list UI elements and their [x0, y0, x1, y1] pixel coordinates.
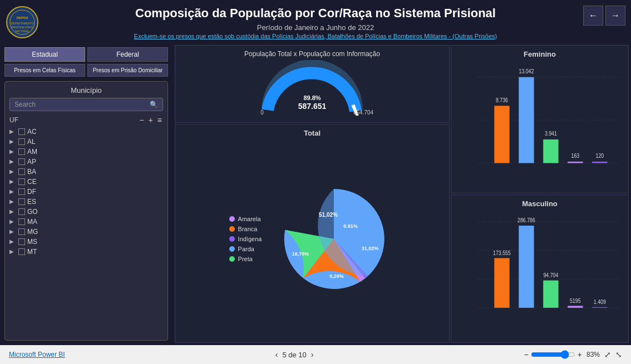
- page-prev-btn[interactable]: ‹: [275, 350, 278, 359]
- logo-badge: DEPEN DEPARTAMENTO PENITENCIÁRIO NACIONA…: [6, 6, 39, 39]
- tree-checkbox[interactable]: [18, 158, 25, 165]
- legend-dot-parda: [229, 246, 235, 252]
- tree-chevron-icon: ▶: [9, 198, 16, 205]
- tree-item[interactable]: ▶ AM: [9, 147, 163, 157]
- uf-plus-btn[interactable]: +: [147, 116, 154, 124]
- svg-text:0.91%: 0.91%: [344, 223, 358, 229]
- tree-checkbox[interactable]: [18, 138, 25, 145]
- tree-chevron-icon: ▶: [9, 168, 16, 174]
- page-next-btn[interactable]: ›: [311, 350, 314, 359]
- tree-checkbox[interactable]: [18, 228, 25, 235]
- nav-back-button[interactable]: ←: [583, 6, 603, 26]
- tree-label: MG: [27, 228, 38, 236]
- feminino-title: Feminino: [456, 50, 624, 58]
- svg-text:DEPARTAMENTO: DEPARTAMENTO: [11, 22, 34, 25]
- share-btn[interactable]: ⤢: [604, 350, 611, 359]
- svg-rect-42: [519, 226, 534, 308]
- svg-text:DEPEN: DEPEN: [17, 16, 28, 19]
- tree-item[interactable]: ▶ BA: [9, 167, 163, 177]
- tree-checkbox[interactable]: [18, 198, 25, 205]
- svg-text:1.409: 1.409: [594, 298, 606, 305]
- svg-text:NACIONAL: NACIONAL: [15, 29, 29, 33]
- tree-chevron-icon: ▶: [9, 158, 16, 164]
- svg-text:3.941: 3.941: [545, 130, 557, 137]
- tree-item[interactable]: ▶ CE: [9, 177, 163, 187]
- tree-checkbox[interactable]: [18, 148, 25, 155]
- municipio-panel: Município 🔍 UF − + ≡ ▶ AC: [4, 81, 168, 341]
- left-charts: População Total x População com Informaç…: [175, 45, 450, 343]
- svg-text:654.704: 654.704: [353, 109, 374, 116]
- tree-label: AC: [27, 128, 37, 136]
- tree-label: ES: [27, 198, 36, 206]
- filter-row-2: Presos em Celas Físicas Presos em Prisão…: [4, 64, 168, 77]
- feminino-chart-svg: 10 Mil 5 Mil 0 Mil 8.736 13.042: [478, 63, 619, 177]
- legend-label-preta: Preta: [238, 256, 253, 262]
- tree-item[interactable]: ▶ MG: [9, 227, 163, 237]
- filter-estadual[interactable]: Estadual: [4, 47, 85, 62]
- pie-legend: Amarela Branca Indígena: [229, 216, 262, 262]
- zoom-plus-btn[interactable]: +: [578, 350, 582, 359]
- pie-panel: Total Amarela Branca: [175, 124, 450, 343]
- tree-label: CE: [27, 178, 37, 186]
- tree-item[interactable]: ▶ DF: [9, 187, 163, 197]
- tree-item[interactable]: ▶ MT: [9, 247, 163, 257]
- nav-buttons: ← →: [583, 6, 625, 26]
- filter-federal[interactable]: Federal: [87, 47, 168, 62]
- tree-item[interactable]: ▶ GO: [9, 207, 163, 217]
- svg-rect-46: [568, 306, 583, 307]
- tree-chevron-icon: ▶: [9, 208, 16, 215]
- search-icon: 🔍: [150, 101, 158, 108]
- filter-celas-fisicas[interactable]: Presos em Celas Físicas: [4, 64, 85, 77]
- pagination: ‹ 5 de 10 ›: [275, 350, 314, 359]
- zoom-slider[interactable]: [531, 350, 575, 359]
- fullscreen-btn[interactable]: ⤡: [615, 350, 622, 359]
- main-content: População Total x População com Informaç…: [172, 43, 631, 345]
- tree-item[interactable]: ▶ AL: [9, 137, 163, 147]
- legend-label-parda: Parda: [238, 246, 254, 252]
- tree-checkbox[interactable]: [18, 208, 25, 215]
- zoom-label: 83%: [586, 351, 600, 358]
- charts-area: População Total x População com Informaç…: [172, 43, 631, 345]
- zoom-bar: − +: [524, 350, 582, 359]
- tree-checkbox[interactable]: [18, 238, 25, 245]
- tree-item[interactable]: ▶ ES: [9, 197, 163, 207]
- tree-label: MA: [27, 218, 37, 226]
- legend-branca: Branca: [229, 226, 262, 232]
- tree-checkbox[interactable]: [18, 168, 25, 175]
- municipio-title: Município: [9, 86, 163, 94]
- zoom-minus-btn[interactable]: −: [524, 350, 529, 359]
- filter-prisao-domiciliar[interactable]: Presos em Prisão Domiciliar: [87, 64, 168, 77]
- uf-menu-btn[interactable]: ≡: [156, 116, 163, 124]
- footer-right: − + 83% ⤢ ⤡: [524, 350, 622, 359]
- svg-text:89.8%: 89.8%: [303, 94, 321, 101]
- tree-label: MT: [27, 248, 37, 256]
- svg-text:31,02%: 31,02%: [362, 246, 379, 251]
- tree-item[interactable]: ▶ MS: [9, 237, 163, 247]
- nav-forward-button[interactable]: →: [605, 6, 625, 26]
- tree-item[interactable]: ▶ AP: [9, 157, 163, 167]
- tree-checkbox[interactable]: [18, 218, 25, 225]
- pie-content: Amarela Branca Indígena: [180, 141, 445, 338]
- legend-dot-amarela: [229, 216, 235, 222]
- tree-chevron-icon: ▶: [9, 228, 16, 235]
- legend-label-amarela: Amarela: [238, 216, 261, 222]
- svg-text:94.704: 94.704: [543, 272, 559, 278]
- gauge-title: População Total x População com Informaç…: [244, 50, 380, 58]
- powerbi-link[interactable]: Microsoft Power BI: [9, 351, 65, 358]
- svg-text:0: 0: [260, 109, 264, 116]
- tree-checkbox[interactable]: [18, 178, 25, 185]
- tree-item[interactable]: ▶ MA: [9, 217, 163, 227]
- tree-chevron-icon: ▶: [9, 128, 16, 134]
- tree-chevron-icon: ▶: [9, 218, 16, 225]
- filter-buttons: Estadual Federal Presos em Celas Físicas…: [4, 47, 168, 77]
- tree-item[interactable]: ▶ AC: [9, 127, 163, 137]
- header-note: Excluem-se os presos que estão sob custó…: [33, 33, 598, 39]
- tree-checkbox[interactable]: [18, 248, 25, 255]
- tree-checkbox[interactable]: [18, 128, 25, 135]
- search-input[interactable]: [14, 101, 150, 108]
- tree-label: AL: [27, 138, 36, 146]
- svg-rect-26: [543, 139, 558, 163]
- tree-checkbox[interactable]: [18, 188, 25, 195]
- tree-label: GO: [27, 208, 38, 216]
- uf-minus-btn[interactable]: −: [138, 116, 145, 124]
